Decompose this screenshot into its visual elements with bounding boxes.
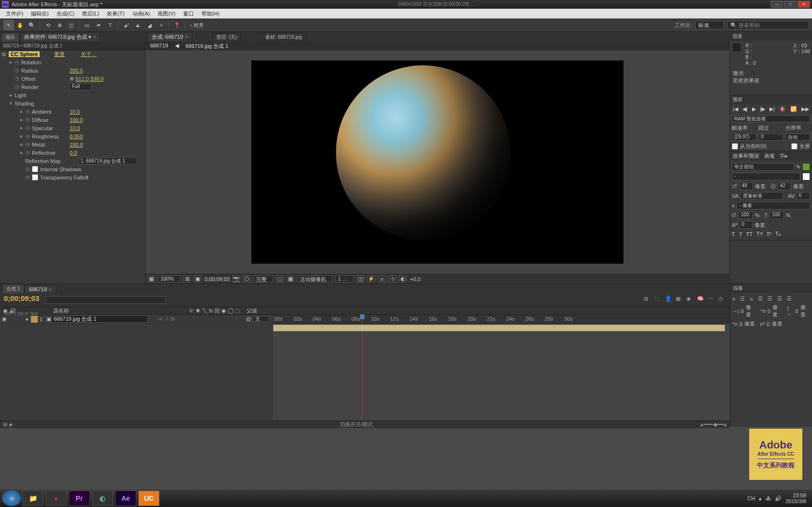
- menu-window[interactable]: 窗口: [179, 10, 198, 17]
- tab-brush[interactable]: 画笔: [764, 152, 775, 159]
- grid-icon[interactable]: ▦: [287, 275, 294, 283]
- stopwatch-icon[interactable]: ◷: [25, 133, 32, 139]
- volume-icon[interactable]: 🔊: [775, 495, 782, 502]
- eyedropper-icon[interactable]: ✎: [796, 164, 800, 170]
- menu-comp[interactable]: 合成(C): [53, 10, 78, 17]
- italic-button[interactable]: T: [739, 231, 742, 237]
- vscale-input[interactable]: 100: [739, 211, 753, 219]
- timeline-search-input[interactable]: [45, 296, 166, 304]
- ram-preview-select[interactable]: RAM 预览选项: [732, 115, 810, 122]
- stopwatch-icon[interactable]: ◷: [25, 125, 32, 131]
- twirl-icon[interactable]: ▸: [20, 149, 25, 156]
- justify-right-icon[interactable]: ☰: [777, 296, 782, 302]
- kerning-select[interactable]: 度量标准: [740, 192, 783, 200]
- network-icon[interactable]: 🖧: [766, 495, 771, 501]
- font-size-input[interactable]: 48: [740, 182, 753, 190]
- shy-icon[interactable]: 👤: [665, 296, 674, 304]
- twirl-icon[interactable]: ▸: [20, 141, 25, 148]
- stopwatch-icon[interactable]: ◷: [25, 149, 32, 156]
- menu-layer[interactable]: 图层(L): [78, 10, 103, 17]
- reflmap-select[interactable]: 1. 686719.jpg 合成 1: [78, 157, 137, 164]
- diffuse-value[interactable]: 100.0: [70, 117, 83, 123]
- exposure-value[interactable]: +0.0: [410, 276, 420, 282]
- resolution-select[interactable]: 完整: [254, 275, 273, 283]
- snap-label[interactable]: ▫ 对齐: [190, 22, 204, 29]
- visibility-icon[interactable]: ◉: [0, 316, 7, 322]
- align-left-icon[interactable]: ≡: [732, 296, 735, 302]
- hand-tool-icon[interactable]: ✋: [15, 20, 25, 30]
- transparency-falloff-checkbox[interactable]: [32, 174, 38, 180]
- twirl-icon[interactable]: ▸: [10, 92, 14, 98]
- next-frame-icon[interactable]: |▶: [760, 106, 766, 112]
- framerate-select[interactable]: (29.97): [732, 134, 756, 141]
- tab-character[interactable]: 字▸: [780, 152, 788, 159]
- menu-anim[interactable]: 动画(A): [129, 10, 154, 17]
- flowchart-icon[interactable]: ⊹: [389, 275, 396, 283]
- layer-name-input[interactable]: [51, 315, 148, 323]
- mute-icon[interactable]: 🔇: [779, 106, 786, 112]
- viewer[interactable]: [145, 50, 729, 274]
- frameblend-icon[interactable]: ▦: [676, 296, 684, 304]
- tab-effect-controls[interactable]: 效果控件: 686719.jpg 合成 ▾×: [20, 32, 101, 42]
- layer-switches[interactable]: ⊸ / fx: [158, 316, 175, 322]
- tab-composition[interactable]: 合成: 686719×: [147, 32, 192, 42]
- align-center-icon[interactable]: ☰: [740, 296, 745, 302]
- panbehind-tool-icon[interactable]: ◫: [66, 20, 76, 30]
- twirl-icon[interactable]: ▸: [20, 108, 25, 115]
- motionblur-icon[interactable]: ◉: [686, 296, 695, 304]
- tracking-input[interactable]: 0: [797, 192, 810, 200]
- preview-res-select[interactable]: 自动: [785, 134, 810, 141]
- timecode-display[interactable]: 0;00;09;03: [204, 276, 230, 282]
- fx-toggle-icon[interactable]: fx: [2, 51, 9, 57]
- safe-icon[interactable]: ▣: [194, 275, 202, 283]
- menu-view[interactable]: 视图(V): [154, 10, 179, 17]
- graph-icon[interactable]: 〰: [708, 296, 716, 304]
- stopwatch-icon[interactable]: ◷: [25, 174, 32, 180]
- text-tool-icon[interactable]: T: [105, 20, 115, 30]
- eraser-tool-icon[interactable]: ◢: [145, 20, 154, 30]
- channel-icon[interactable]: ⬡: [243, 275, 251, 283]
- parent-pickwhip-icon[interactable]: @: [246, 316, 251, 322]
- fast-preview-icon[interactable]: ⚡: [367, 275, 375, 283]
- stroke-color-swatch[interactable]: [802, 173, 810, 180]
- timeline-icon[interactable]: ≡: [378, 275, 386, 283]
- metal-value[interactable]: 100.0: [70, 142, 83, 148]
- alpha-toggle-icon[interactable]: ▦: [147, 275, 155, 283]
- roi-icon[interactable]: ▢: [276, 275, 284, 283]
- twirl-icon[interactable]: ▸: [26, 316, 29, 322]
- canvas[interactable]: [251, 60, 624, 264]
- comp-mini-icon[interactable]: ⊞: [644, 296, 652, 304]
- bold-button[interactable]: T: [732, 231, 735, 237]
- ram-preview-icon[interactable]: ▶▶: [801, 106, 809, 112]
- twirl-icon[interactable]: ▾: [10, 100, 14, 106]
- twirl-icon[interactable]: ▸: [20, 125, 25, 131]
- tab-footage[interactable]: 素材: 686719.jpg: [261, 32, 306, 42]
- stopwatch-icon[interactable]: ◷: [25, 117, 32, 123]
- tab-project[interactable]: 项目: [1, 32, 19, 42]
- loop-icon[interactable]: 🔁: [790, 106, 797, 112]
- workspace-select[interactable]: 标准: [695, 21, 724, 30]
- twirl-icon[interactable]: ▸: [20, 133, 25, 139]
- draft3d-icon[interactable]: ⬚: [654, 296, 663, 304]
- clock-date[interactable]: 2015/3/8: [785, 498, 806, 504]
- layer-row[interactable]: ◉ ▸ 1 ▣ ⊸ / fx @ 无: [0, 315, 273, 324]
- tab-effects-presets[interactable]: 效果和预设: [733, 152, 759, 159]
- specular-value[interactable]: 10.0: [70, 125, 80, 131]
- tab-info[interactable]: 信息: [730, 32, 812, 41]
- close-tab-icon[interactable]: ×: [93, 34, 96, 40]
- res-icon[interactable]: ⊞: [183, 275, 191, 283]
- parent-select[interactable]: 无: [253, 316, 269, 322]
- puppet-tool-icon[interactable]: 📍: [172, 20, 182, 30]
- stopwatch-icon[interactable]: ◷: [25, 166, 32, 172]
- camera-tool-icon[interactable]: ⊕: [55, 20, 64, 30]
- roto-tool-icon[interactable]: ✧: [156, 20, 166, 30]
- stopwatch-icon[interactable]: ◷: [14, 59, 21, 65]
- stroke-width-input[interactable]: - 像素: [737, 202, 810, 209]
- taskbar-uc[interactable]: UC: [138, 491, 160, 506]
- tab-preview[interactable]: 预览: [730, 95, 812, 104]
- taskbar-app[interactable]: ◐: [92, 491, 113, 506]
- tab-comp1[interactable]: 合成 1: [2, 284, 24, 293]
- reset-link[interactable]: 重置: [54, 51, 65, 57]
- justify-all-icon[interactable]: ☰: [787, 296, 792, 302]
- maximize-button[interactable]: □: [784, 1, 797, 8]
